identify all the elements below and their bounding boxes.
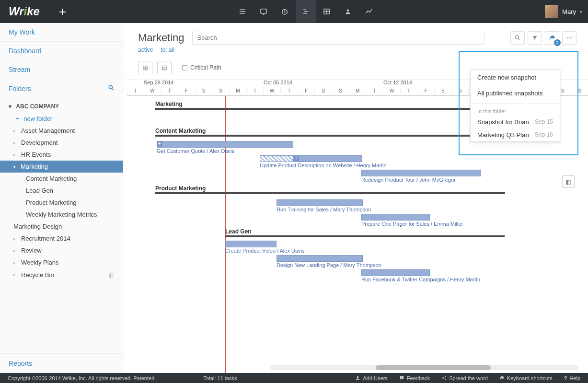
expand-all-button[interactable]: ⊞ — [138, 61, 152, 74]
content-area: Marketing 2 ⋯ active to: all ⊞ ⊟ Critica… — [127, 23, 588, 373]
day-cell: S — [212, 87, 229, 96]
folder-item[interactable]: ▹Recycle Bin🗑 — [0, 268, 123, 281]
day-cell: S — [314, 87, 332, 96]
menu-section-label: In this folder — [471, 105, 560, 116]
footer-total: Total: 11 tasks — [167, 375, 273, 381]
task-bar[interactable] — [225, 241, 277, 247]
folder-item[interactable]: ▹Weekly Plans — [0, 256, 123, 268]
folder-item[interactable]: ▹Recruitment 2014 — [0, 232, 123, 244]
workload-icon[interactable] — [338, 0, 358, 23]
section-bar[interactable] — [155, 135, 505, 137]
task-label[interactable]: Run Facebook & Twitter Campaigns / Henry… — [361, 277, 480, 282]
folder-item[interactable]: ▹Asset Management — [0, 125, 123, 137]
svg-point-17 — [442, 378, 443, 379]
day-cell: T — [366, 87, 383, 96]
task-bar[interactable] — [157, 141, 293, 148]
day-cell: S — [571, 87, 588, 96]
section-bar[interactable] — [155, 192, 505, 194]
task-bar[interactable] — [361, 170, 481, 176]
user-name: Mary — [562, 8, 576, 15]
app-logo: Wrike — [6, 5, 40, 18]
list-view-icon[interactable] — [232, 0, 253, 23]
folder-item[interactable]: ▹Development — [0, 137, 123, 149]
day-cell: M — [349, 87, 366, 96]
collapse-all-button[interactable]: ⊟ — [157, 61, 172, 74]
help-link[interactable]: ?Help — [564, 375, 580, 381]
sidebar-reports[interactable]: Reports — [0, 353, 123, 373]
side-panel-toggle[interactable]: ◧ — [562, 175, 575, 188]
search-input[interactable] — [192, 31, 484, 45]
task-label[interactable]: Prepare One Pager for Sales / Emma Mille… — [361, 221, 463, 227]
folder-item[interactable]: Lead Gen — [0, 185, 123, 197]
company-root[interactable]: ▾ ABC COMPANY — [0, 98, 123, 113]
analytics-icon[interactable] — [359, 0, 379, 23]
more-icon[interactable]: ⋯ — [562, 31, 576, 45]
day-cell: S — [332, 87, 349, 96]
table-view-icon[interactable] — [317, 0, 337, 23]
day-cell: W — [263, 87, 280, 96]
svg-rect-3 — [261, 9, 266, 13]
week-label: Sep 28 2014 — [144, 80, 173, 87]
spread-word-link[interactable]: Spread the word — [441, 375, 488, 381]
day-cell: F — [417, 87, 434, 96]
folder-item[interactable]: Weekly Marketing Metrics — [0, 209, 123, 221]
top-bar: Wrike + Mary ▾ — [0, 0, 588, 23]
shortcuts-link[interactable]: Keyboard shortcuts — [499, 375, 553, 381]
folder-item[interactable]: Content Marketing — [0, 173, 123, 185]
task-bar[interactable] — [361, 269, 430, 276]
all-snapshots-item[interactable]: All published snapshots — [471, 85, 560, 101]
scrollbar-thumb[interactable] — [376, 365, 491, 370]
task-expand-icon[interactable]: + — [157, 141, 162, 147]
task-bar[interactable] — [361, 214, 430, 221]
folder-item[interactable]: ▹Review — [0, 244, 123, 256]
folder-search-icon[interactable] — [108, 84, 115, 93]
section-label: Product Marketing — [155, 185, 206, 192]
add-users-link[interactable]: Add Users — [355, 375, 387, 381]
task-label[interactable]: Create Product Video / Alex Davis — [225, 248, 305, 254]
task-bar[interactable] — [294, 155, 362, 162]
section-bar[interactable] — [225, 235, 505, 237]
timer-icon[interactable] — [275, 0, 295, 23]
task-label[interactable]: Run Training for Sales / Mary Thompson — [277, 207, 371, 212]
filter-assigned[interactable]: to: all — [161, 46, 174, 53]
task-label[interactable]: Design New Landing Page / Mary Thompson — [277, 262, 381, 268]
task-label[interactable]: Update Product Description on Website / … — [260, 162, 387, 168]
day-cell: F — [178, 87, 195, 96]
svg-point-15 — [515, 35, 519, 39]
share-badge: 2 — [554, 39, 561, 46]
share-button[interactable]: 2 — [545, 31, 559, 45]
sidebar-my-work[interactable]: My Work — [0, 23, 123, 42]
sidebar-dashboard[interactable]: Dashboard — [0, 42, 123, 60]
filter-icon[interactable] — [528, 31, 542, 45]
folder-item[interactable]: ▹HR Events — [0, 149, 123, 161]
create-snapshot-item[interactable]: Create new snapshot — [471, 70, 560, 85]
user-avatar — [545, 5, 558, 18]
folder-item[interactable]: Marketing Design — [0, 221, 123, 232]
day-cell: S — [195, 87, 212, 96]
task-bar[interactable] — [277, 255, 363, 262]
snapshot-item[interactable]: Marketing Q3 PlanSep 16 — [471, 128, 560, 141]
task-bar[interactable] — [260, 155, 294, 162]
section-bar[interactable] — [155, 108, 505, 110]
create-button[interactable]: + — [59, 4, 66, 19]
horizontal-scrollbar[interactable] — [270, 365, 578, 370]
snapshot-item[interactable]: Snapshot for BrianSep 15 — [471, 116, 560, 128]
screen-icon[interactable] — [254, 0, 274, 23]
feedback-link[interactable]: Feedback — [399, 375, 430, 381]
trash-icon[interactable]: 🗑 — [108, 271, 115, 279]
sidebar-stream[interactable]: Stream — [0, 60, 123, 79]
folder-item[interactable]: Product Marketing — [0, 197, 123, 209]
new-folder-button[interactable]: + new folder — [0, 113, 123, 125]
task-label[interactable]: Redesign Product Tour / John McGregor — [361, 177, 456, 183]
search-icon[interactable] — [510, 31, 525, 45]
critical-path-toggle[interactable]: Critical Path — [182, 64, 221, 71]
task-bar[interactable] — [277, 199, 363, 206]
user-menu[interactable]: Mary ▾ — [545, 5, 582, 18]
day-cell: F — [298, 87, 315, 96]
filter-status[interactable]: active — [138, 46, 153, 53]
task-label[interactable]: Get Customer Quote / Alex Davis — [157, 148, 234, 154]
folder-item[interactable]: Marketing — [0, 161, 123, 173]
task-expand-icon[interactable]: + — [293, 155, 299, 161]
section-label: Marketing — [155, 101, 183, 107]
gantt-view-icon[interactable] — [296, 0, 316, 23]
